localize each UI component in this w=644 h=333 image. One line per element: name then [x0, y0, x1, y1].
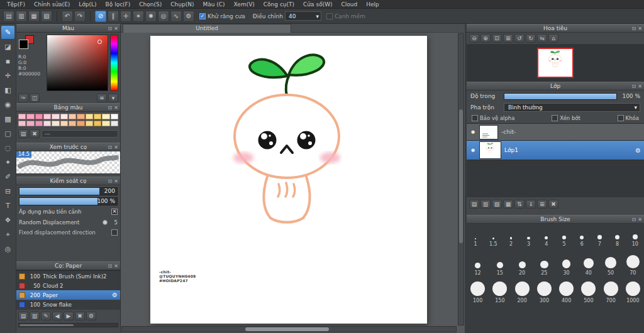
- merge-down-button[interactable]: ⇓: [526, 200, 536, 209]
- float-panel-icon[interactable]: ⊡: [108, 144, 113, 151]
- apply-foreground-checkbox[interactable]: ✕: [111, 209, 118, 215]
- tool-move[interactable]: ✛: [1, 69, 14, 82]
- save-file-button[interactable]: ▦: [28, 11, 40, 22]
- tool-text[interactable]: T: [1, 199, 14, 212]
- brush-size-200[interactable]: 200: [511, 277, 533, 305]
- float-panel-icon[interactable]: ⊡: [108, 25, 113, 33]
- undo-button[interactable]: ↶: [62, 11, 73, 22]
- brush-item[interactable]: 100Snow flake: [16, 300, 120, 309]
- palette-swatch[interactable]: [111, 121, 118, 126]
- layer-visibility-icon[interactable]: ●: [470, 148, 476, 153]
- move-layer-button[interactable]: ⇅: [514, 200, 525, 209]
- close-panel-icon[interactable]: ✕: [114, 144, 118, 151]
- prev-brush-button[interactable]: ◀: [52, 312, 62, 320]
- menu-filter[interactable]: Bộ lọc(F): [101, 0, 135, 9]
- palette-swatch[interactable]: [18, 121, 26, 126]
- palette-swatch[interactable]: [60, 114, 68, 119]
- close-panel-icon[interactable]: ✕: [638, 216, 642, 224]
- palette-swatch[interactable]: [26, 121, 34, 126]
- brush-size-3[interactable]: 3: [520, 226, 538, 248]
- palette-swatch[interactable]: [35, 121, 43, 126]
- snap-vanishing-point-button[interactable]: ✶: [133, 11, 144, 22]
- snap-parallel-button[interactable]: ∥: [108, 11, 119, 22]
- vertical-scrollbar[interactable]: [458, 33, 464, 325]
- random-displacement-knob[interactable]: [103, 220, 108, 225]
- alpha-protect-checkbox[interactable]: [472, 115, 478, 121]
- float-panel-icon[interactable]: ⊡: [108, 104, 113, 112]
- palette-swatch[interactable]: [60, 121, 68, 126]
- snap-off-button[interactable]: ⊘: [95, 11, 106, 22]
- layer-item-chit[interactable]: ● -chit-: [467, 124, 644, 141]
- palette-swatch[interactable]: [18, 114, 26, 119]
- palette-swatch[interactable]: [86, 121, 93, 126]
- adjust-combo[interactable]: 40 ▾: [285, 11, 321, 21]
- clipping-checkbox[interactable]: [552, 115, 558, 121]
- snap-circle-button[interactable]: ◎: [158, 11, 169, 22]
- close-panel-icon[interactable]: ✕: [114, 104, 118, 112]
- nav-zoom-fit-button[interactable]: ⊡: [492, 34, 502, 43]
- eyedropper-pick-button[interactable]: ✑: [18, 94, 28, 102]
- nav-rotate-left-button[interactable]: ↺: [514, 34, 525, 43]
- tool-lasso[interactable]: ◌: [1, 141, 14, 155]
- brush-size-40[interactable]: 40: [577, 248, 599, 277]
- brush-size-12[interactable]: 12: [467, 248, 489, 277]
- horizontal-scrollbar[interactable]: [121, 326, 457, 332]
- hue-slider[interactable]: [110, 35, 118, 91]
- menu-select[interactable]: Chọn(S): [135, 0, 166, 9]
- tool-bucket[interactable]: ◉: [1, 98, 14, 111]
- saturation-value-picker[interactable]: [47, 35, 108, 91]
- palette-swatch[interactable]: [102, 114, 109, 119]
- layer-item-lop1[interactable]: ● Lớp1 ⚙: [467, 141, 644, 160]
- brush-settings-gear-icon[interactable]: ⚙: [112, 292, 118, 298]
- brush-size-30[interactable]: 30: [555, 248, 577, 277]
- brush-size-25[interactable]: 25: [533, 248, 555, 277]
- add-brush-button[interactable]: ▤: [18, 312, 28, 320]
- brush-size-50[interactable]: 50: [600, 248, 622, 277]
- tool-eraser[interactable]: ◪: [1, 40, 14, 53]
- menu-window[interactable]: Cửa sổ(W): [299, 0, 336, 9]
- palette-swatch[interactable]: [86, 114, 93, 119]
- brush-size-4[interactable]: 4: [538, 226, 555, 248]
- tool-fill[interactable]: ◧: [1, 84, 14, 97]
- close-panel-icon[interactable]: ✕: [638, 25, 642, 33]
- brush-size-100[interactable]: 100: [467, 277, 489, 305]
- palette-swatch[interactable]: [94, 121, 101, 126]
- delete-palette-color-button[interactable]: ✖: [30, 129, 40, 138]
- palette-swatch[interactable]: [69, 114, 76, 119]
- brush-size-400[interactable]: 400: [555, 277, 577, 305]
- palette-swatch[interactable]: [77, 114, 84, 119]
- palette-entry[interactable]: ---: [42, 130, 118, 138]
- palette-swatch[interactable]: [43, 121, 51, 126]
- layer-settings-gear-icon[interactable]: ⚙: [635, 147, 641, 154]
- palette-swatch[interactable]: [43, 114, 51, 119]
- fixed-direction-checkbox[interactable]: [111, 229, 118, 236]
- nav-zoom-in-button[interactable]: ⊕: [480, 34, 491, 43]
- delete-brush-button[interactable]: ✖: [75, 312, 85, 320]
- brush-size-7[interactable]: 7: [591, 226, 608, 248]
- menu-edit[interactable]: Chỉnh sửa(E): [30, 0, 74, 9]
- add-palette-color-button[interactable]: ▤: [18, 129, 28, 138]
- close-panel-icon[interactable]: ✕: [114, 25, 118, 33]
- brush-opacity-slider[interactable]: 100 %: [19, 197, 118, 205]
- snap-curve-button[interactable]: ∿: [170, 11, 182, 22]
- lock-checkbox[interactable]: [618, 115, 624, 121]
- float-panel-icon[interactable]: ⊡: [632, 83, 636, 90]
- menu-color[interactable]: Màu (C): [198, 0, 229, 9]
- edit-brush-button[interactable]: ✎: [41, 312, 51, 320]
- menu-cloud[interactable]: Cloud: [337, 0, 362, 9]
- antialias-checkbox[interactable]: ✓ Khử răng cưa: [199, 13, 245, 19]
- brush-size-700[interactable]: 700: [600, 277, 622, 305]
- palette-swatch[interactable]: [26, 114, 34, 119]
- export-file-button[interactable]: ▧: [41, 11, 52, 22]
- palette-swatch[interactable]: [111, 114, 118, 119]
- palette-swatch[interactable]: [77, 121, 84, 126]
- brush-item[interactable]: 100Thick Brush (Sumi Ink)2: [16, 271, 120, 281]
- brush-size-150[interactable]: 150: [489, 277, 511, 305]
- tool-zoom[interactable]: ◎: [1, 243, 14, 256]
- palette-swatch[interactable]: [52, 121, 59, 126]
- palette-swatch[interactable]: [94, 114, 101, 119]
- brush-panel-scrollbar[interactable]: [18, 323, 118, 327]
- brush-size-2[interactable]: 2: [502, 226, 519, 248]
- menu-help[interactable]: Help: [362, 0, 384, 9]
- float-panel-icon[interactable]: ⊡: [108, 178, 113, 185]
